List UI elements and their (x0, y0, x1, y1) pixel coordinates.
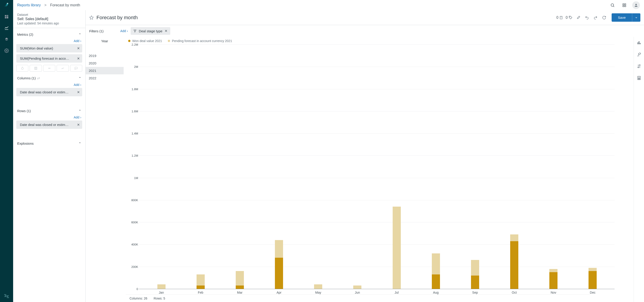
style-icon[interactable] (637, 52, 641, 57)
bar-segment-pending (588, 268, 597, 271)
svg-point-30 (639, 78, 639, 78)
legend-item[interactable]: Won deal value 2021 (128, 39, 162, 43)
bar[interactable] (275, 44, 283, 289)
chart-type-icon[interactable] (637, 40, 641, 45)
tool-comment-icon[interactable] (70, 65, 82, 72)
rows-section-header[interactable]: Rows (1) ⌃ (16, 108, 82, 114)
rows-add-link[interactable]: Add› (16, 114, 82, 121)
bar[interactable] (549, 44, 558, 289)
filter-chip[interactable]: Deal stage type ✕ (131, 27, 170, 35)
bar[interactable] (196, 44, 205, 289)
tool-drop-icon[interactable] (16, 65, 28, 72)
svg-point-18 (49, 68, 49, 68)
save-button[interactable]: Save (612, 13, 632, 22)
columns-section-header[interactable]: Columns (1)⇄ ⌃ (16, 75, 82, 82)
svg-rect-13 (625, 5, 626, 6)
svg-marker-0 (4, 3, 6, 6)
legend-item[interactable]: Pending forecast in account currency 202… (168, 39, 232, 43)
filters-add-link[interactable]: Add› (120, 29, 128, 33)
metrics-section-header[interactable]: Metrics (2) ⌃ (16, 31, 82, 38)
nav-settings-icon[interactable] (4, 48, 9, 53)
remove-icon[interactable]: ✕ (77, 123, 80, 127)
tag-count[interactable]: 0 (566, 15, 573, 20)
bar[interactable] (471, 44, 479, 289)
bar[interactable] (432, 44, 440, 289)
edit-icon[interactable] (576, 15, 581, 20)
year-option[interactable]: 2020 (86, 59, 124, 67)
x-tick-label: Feb (196, 291, 205, 294)
remove-icon[interactable]: ✕ (77, 46, 80, 50)
tag-icon (568, 15, 573, 20)
apps-icon[interactable] (620, 1, 628, 9)
column-chip[interactable]: Date deal was closed or estim… ✕ (16, 88, 82, 96)
bar-segment-won (236, 286, 244, 289)
tool-trend-icon[interactable] (56, 65, 68, 72)
swap-icon[interactable]: ⇄ (37, 76, 40, 80)
bar-segment-pending (432, 253, 440, 275)
remove-icon[interactable]: ✕ (77, 56, 80, 61)
sort-icon[interactable] (637, 64, 641, 68)
y-tick-label: 1.8M (128, 87, 138, 91)
x-tick-label: Jun (353, 291, 362, 294)
bar-segment-won (588, 271, 597, 289)
bar-segment-won (471, 276, 479, 289)
bar[interactable] (393, 44, 401, 289)
explosions-section-header[interactable]: Explosions ⌃ (16, 140, 82, 147)
bar[interactable] (510, 44, 518, 289)
columns-add-link[interactable]: Add› (16, 82, 82, 88)
svg-point-31 (639, 78, 640, 78)
x-tick-label: Oct (510, 291, 518, 294)
svg-point-29 (638, 78, 638, 78)
zendesk-explore-logo-icon (4, 2, 10, 8)
remove-icon[interactable]: ✕ (164, 29, 168, 33)
search-icon[interactable] (609, 1, 616, 9)
config-panel: Dataset Sell: Sales [default] Last updat… (13, 10, 86, 302)
nav-dashboard-icon[interactable] (4, 14, 9, 19)
bar-segment-pending (158, 284, 166, 289)
metrics-add-link[interactable]: Add› (16, 38, 82, 44)
x-tick-label: Mar (236, 291, 244, 294)
chevron-up-icon: ⌃ (78, 109, 81, 113)
calculated-metrics-count[interactable]: 0 (556, 15, 563, 20)
nav-reports-icon[interactable] (4, 25, 9, 31)
undo-icon[interactable] (584, 15, 590, 20)
redo-icon[interactable] (592, 15, 598, 20)
explosions-title: Explosions (17, 142, 34, 145)
calculations-icon[interactable] (637, 76, 641, 80)
row-chip[interactable]: Date deal was closed or estim… ✕ (16, 121, 82, 129)
svg-rect-15 (35, 67, 37, 70)
year-option[interactable]: 2019 (86, 52, 124, 59)
refresh-icon[interactable] (601, 15, 607, 20)
bar[interactable] (314, 44, 322, 289)
bar[interactable] (158, 44, 166, 289)
tool-columns-icon[interactable] (30, 65, 42, 72)
x-tick-label: May (314, 291, 322, 294)
tool-live-icon[interactable] (43, 65, 55, 72)
bar-segment-won (549, 272, 558, 289)
bar[interactable] (236, 44, 244, 289)
bar-segment-pending (471, 260, 479, 276)
svg-point-32 (638, 79, 638, 79)
bar[interactable] (353, 44, 362, 289)
svg-rect-10 (623, 3, 624, 5)
favorite-icon[interactable] (89, 15, 94, 20)
save-menu-button[interactable] (632, 13, 640, 22)
zendesk-logo-icon[interactable] (4, 294, 9, 299)
year-option[interactable]: 2022 (86, 74, 124, 82)
topbar: Reports library > Forecast by month (13, 0, 644, 10)
breadcrumb: Reports library > Forecast by month (17, 3, 80, 7)
bar-segment-pending (510, 234, 518, 241)
remove-icon[interactable]: ✕ (77, 90, 80, 94)
svg-rect-24 (638, 42, 638, 44)
bar[interactable] (588, 44, 597, 289)
breadcrumb-library-link[interactable]: Reports library (17, 3, 41, 7)
year-option[interactable]: 2021 (86, 67, 124, 74)
metric-chip[interactable]: SUM(Pending forecast in acco… ✕ (16, 54, 82, 63)
bar-segment-won (275, 258, 283, 289)
avatar[interactable] (632, 1, 640, 9)
canvas: Forecast by month 0 0 Save (86, 10, 644, 302)
nav-data-icon[interactable] (4, 37, 9, 42)
x-axis-labels: JanFebMarAprMayJunJulAugSepOctNovDec (142, 289, 612, 294)
svg-rect-4 (7, 15, 8, 16)
metric-chip[interactable]: SUM(Won deal value) ✕ (16, 44, 82, 52)
